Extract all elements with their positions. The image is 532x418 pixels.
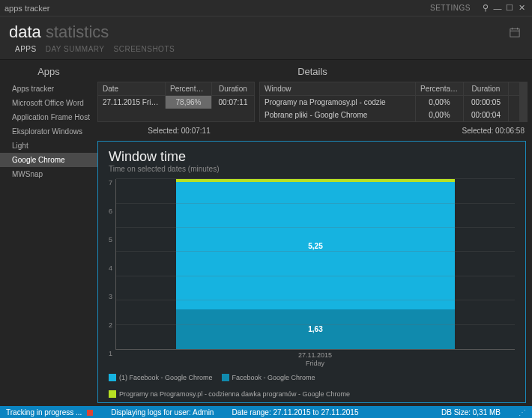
sidebar-item[interactable]: MWSnap xyxy=(0,167,97,181)
status-range: Date range: 27.11.2015 to 27.11.2015 xyxy=(232,408,358,417)
legend-swatch xyxy=(109,374,116,381)
status-tracking: Tracking in progress ... xyxy=(6,408,93,417)
col-duration[interactable]: Duration xyxy=(212,82,254,95)
svg-rect-0 xyxy=(510,29,519,37)
app-title: apps tracker xyxy=(4,4,50,13)
sidebar: Apps Apps trackerMicrosoft Office WordAp… xyxy=(0,60,97,406)
pin-icon[interactable]: ⚲ xyxy=(480,3,492,13)
nav-header: data statistics xyxy=(0,16,532,42)
col-duration[interactable]: Duration xyxy=(464,82,509,95)
maximize-icon[interactable]: ☐ xyxy=(504,3,516,13)
bar-segment xyxy=(176,179,455,182)
tab-screenshots[interactable]: SCREENSHOTS xyxy=(114,45,175,53)
x-axis-label: 27.11.2015 Friday xyxy=(115,350,515,368)
legend-item: Programy na Programosy.pl - codzienna da… xyxy=(109,390,350,398)
status-bar: Tracking in progress ... Displaying logs… xyxy=(0,406,532,418)
bar-segment: 1,63 xyxy=(176,309,455,349)
table-row[interactable]: Programy na Programosy.pl - codzie0,00%0… xyxy=(260,96,519,109)
scrollbar[interactable] xyxy=(519,82,527,121)
table-row[interactable]: 27.11.2015 Friday78,96%00:07:11 xyxy=(98,96,254,109)
sidebar-item[interactable]: Light xyxy=(0,139,97,153)
legend-item: Facebook - Google Chrome xyxy=(222,374,315,381)
legend-item: (1) Facebook - Google Chrome xyxy=(109,374,213,381)
close-icon[interactable]: ✕ xyxy=(516,3,528,13)
right-selected: Selected: 00:06:58 xyxy=(462,127,525,135)
chart-card: Window time Time on selected dates (minu… xyxy=(97,141,526,403)
col-date[interactable]: Date xyxy=(98,82,166,95)
chart-subtitle: Time on selected dates (minutes) xyxy=(109,165,515,173)
col-percentage[interactable]: Percentage xyxy=(416,82,464,95)
calendar-icon[interactable] xyxy=(510,27,520,40)
left-selected: Selected: 00:07:11 xyxy=(100,127,258,135)
y-axis: 7654321 xyxy=(109,179,115,368)
minimize-icon[interactable]: — xyxy=(492,4,504,13)
date-table: Date Percentage Duration 27.11.2015 Frid… xyxy=(97,82,255,122)
status-user: Displaying logs for user: Admin xyxy=(111,408,214,417)
details-title: Details xyxy=(97,63,528,82)
chart-title: Window time xyxy=(109,149,515,165)
window-table: Window Percentage Duration Programy na P… xyxy=(259,82,528,122)
sidebar-item[interactable]: Eksplorator Windows xyxy=(0,124,97,139)
settings-link[interactable]: SETTINGS xyxy=(430,4,471,12)
tab-bar: APPS DAY SUMMARY SCREENSHOTS xyxy=(0,42,532,60)
sidebar-title: Apps xyxy=(0,63,97,82)
tab-day-summary[interactable]: DAY SUMMARY xyxy=(46,45,105,53)
stop-icon[interactable] xyxy=(87,410,93,416)
legend: (1) Facebook - Google ChromeFacebook - G… xyxy=(109,368,515,398)
sidebar-item[interactable]: Google Chrome xyxy=(0,153,97,167)
status-db: DB Size: 0,31 MB xyxy=(441,408,501,417)
col-percentage[interactable]: Percentage xyxy=(166,82,212,95)
nav-main-label: data xyxy=(9,22,41,41)
plot-area: 1,635,25 xyxy=(115,179,515,350)
tab-apps[interactable]: APPS xyxy=(15,45,37,53)
legend-swatch xyxy=(222,374,229,381)
sidebar-item[interactable]: Microsoft Office Word xyxy=(0,96,97,110)
page-title: data statistics xyxy=(9,22,109,42)
sidebar-item[interactable]: Apps tracker xyxy=(0,82,97,96)
resize-grip-icon[interactable]: ⋰ xyxy=(519,408,526,417)
col-extra xyxy=(509,82,519,95)
nav-sub-label[interactable]: statistics xyxy=(46,22,109,41)
sidebar-item[interactable]: Application Frame Host xyxy=(0,110,97,124)
table-row[interactable]: Pobrane pliki - Google Chrome0,00%00:00:… xyxy=(260,109,519,121)
legend-swatch xyxy=(109,390,116,398)
col-window[interactable]: Window xyxy=(260,82,416,95)
bar-segment: 5,25 xyxy=(176,182,455,310)
title-bar: apps tracker SETTINGS ⚲ — ☐ ✕ xyxy=(0,0,532,16)
